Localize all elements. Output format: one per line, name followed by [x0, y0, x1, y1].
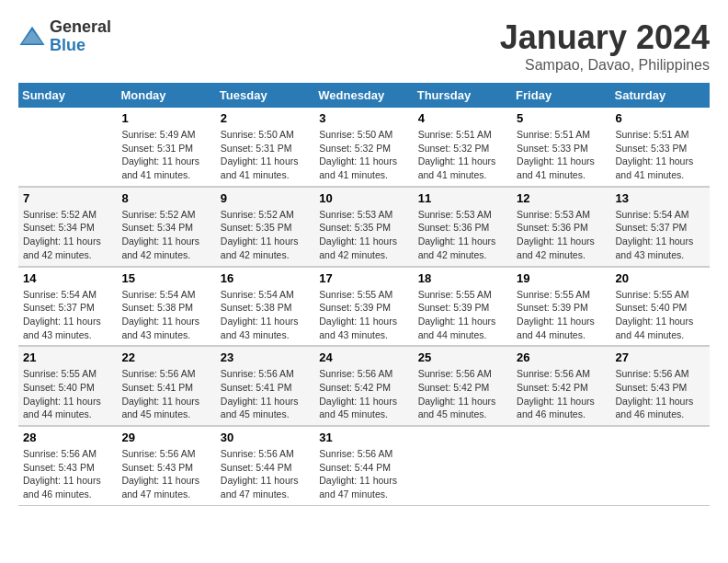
day-info: Sunrise: 5:55 AMSunset: 5:39 PMDaylight:…	[319, 288, 408, 342]
day-number: 4	[418, 111, 507, 125]
day-cell: 28Sunrise: 5:56 AMSunset: 5:43 PMDayligh…	[18, 426, 117, 505]
day-cell: 22Sunrise: 5:56 AMSunset: 5:41 PMDayligh…	[117, 346, 215, 426]
day-info: Sunrise: 5:56 AMSunset: 5:42 PMDaylight:…	[517, 367, 606, 421]
day-number: 19	[517, 271, 606, 285]
day-cell: 24Sunrise: 5:56 AMSunset: 5:42 PMDayligh…	[314, 346, 413, 426]
day-info: Sunrise: 5:56 AMSunset: 5:43 PMDaylight:…	[121, 447, 210, 501]
logo-blue: Blue	[50, 37, 111, 55]
day-info: Sunrise: 5:53 AMSunset: 5:36 PMDaylight:…	[418, 208, 507, 262]
day-cell: 11Sunrise: 5:53 AMSunset: 5:36 PMDayligh…	[414, 187, 512, 267]
day-info: Sunrise: 5:56 AMSunset: 5:43 PMDaylight:…	[616, 367, 705, 421]
day-number: 25	[418, 350, 507, 364]
day-cell: 14Sunrise: 5:54 AMSunset: 5:37 PMDayligh…	[18, 267, 117, 347]
month-title: January 2024	[500, 18, 710, 57]
day-cell: 19Sunrise: 5:55 AMSunset: 5:39 PMDayligh…	[512, 267, 610, 347]
week-row-1: 1Sunrise: 5:49 AMSunset: 5:31 PMDaylight…	[18, 108, 710, 187]
day-info: Sunrise: 5:52 AMSunset: 5:34 PMDaylight:…	[121, 208, 210, 262]
day-cell	[512, 426, 610, 505]
day-number: 8	[121, 191, 210, 205]
col-header-tuesday: Tuesday	[216, 83, 314, 108]
day-info: Sunrise: 5:56 AMSunset: 5:42 PMDaylight:…	[319, 367, 408, 421]
day-cell: 15Sunrise: 5:54 AMSunset: 5:38 PMDayligh…	[117, 267, 215, 347]
day-cell: 13Sunrise: 5:54 AMSunset: 5:37 PMDayligh…	[611, 187, 710, 267]
day-number: 15	[121, 271, 210, 285]
day-info: Sunrise: 5:50 AMSunset: 5:32 PMDaylight:…	[319, 128, 408, 182]
day-info: Sunrise: 5:55 AMSunset: 5:39 PMDaylight:…	[418, 288, 507, 342]
day-number: 12	[517, 191, 606, 205]
day-number: 11	[418, 191, 507, 205]
location: Sampao, Davao, Philippines	[500, 57, 710, 74]
day-info: Sunrise: 5:50 AMSunset: 5:31 PMDaylight:…	[221, 128, 310, 182]
logo-icon	[18, 23, 46, 51]
day-info: Sunrise: 5:54 AMSunset: 5:37 PMDaylight:…	[23, 288, 112, 342]
col-header-sunday: Sunday	[18, 83, 117, 108]
day-info: Sunrise: 5:52 AMSunset: 5:35 PMDaylight:…	[221, 208, 310, 262]
day-number: 21	[23, 350, 112, 364]
day-number: 31	[319, 431, 408, 444]
day-cell: 27Sunrise: 5:56 AMSunset: 5:43 PMDayligh…	[611, 346, 710, 426]
day-cell: 17Sunrise: 5:55 AMSunset: 5:39 PMDayligh…	[314, 267, 413, 347]
day-info: Sunrise: 5:51 AMSunset: 5:33 PMDaylight:…	[616, 128, 705, 182]
day-cell: 23Sunrise: 5:56 AMSunset: 5:41 PMDayligh…	[216, 346, 314, 426]
day-cell	[414, 426, 512, 505]
day-info: Sunrise: 5:54 AMSunset: 5:37 PMDaylight:…	[616, 208, 705, 262]
day-number: 14	[23, 271, 112, 285]
calendar-table: SundayMondayTuesdayWednesdayThursdayFrid…	[18, 83, 710, 506]
day-number: 2	[221, 111, 310, 125]
day-info: Sunrise: 5:56 AMSunset: 5:41 PMDaylight:…	[221, 367, 310, 421]
week-row-3: 14Sunrise: 5:54 AMSunset: 5:37 PMDayligh…	[18, 267, 710, 347]
day-cell: 7Sunrise: 5:52 AMSunset: 5:34 PMDaylight…	[18, 187, 117, 267]
day-number: 17	[319, 271, 408, 285]
day-number: 6	[616, 111, 705, 125]
day-number: 10	[319, 191, 408, 205]
day-info: Sunrise: 5:49 AMSunset: 5:31 PMDaylight:…	[121, 128, 210, 182]
col-header-thursday: Thursday	[414, 83, 512, 108]
day-cell: 18Sunrise: 5:55 AMSunset: 5:39 PMDayligh…	[414, 267, 512, 347]
day-number: 23	[221, 350, 310, 364]
day-info: Sunrise: 5:53 AMSunset: 5:36 PMDaylight:…	[517, 208, 606, 262]
day-number: 3	[319, 111, 408, 125]
day-cell: 16Sunrise: 5:54 AMSunset: 5:38 PMDayligh…	[216, 267, 314, 347]
col-header-monday: Monday	[117, 83, 215, 108]
day-number: 30	[221, 431, 310, 444]
week-row-4: 21Sunrise: 5:55 AMSunset: 5:40 PMDayligh…	[18, 346, 710, 426]
day-number: 29	[121, 431, 210, 444]
day-cell: 9Sunrise: 5:52 AMSunset: 5:35 PMDaylight…	[216, 187, 314, 267]
day-cell: 1Sunrise: 5:49 AMSunset: 5:31 PMDaylight…	[117, 108, 215, 187]
logo: General Blue	[18, 18, 111, 55]
col-header-friday: Friday	[512, 83, 610, 108]
day-info: Sunrise: 5:51 AMSunset: 5:32 PMDaylight:…	[418, 128, 507, 182]
day-info: Sunrise: 5:53 AMSunset: 5:35 PMDaylight:…	[319, 208, 408, 262]
day-number: 18	[418, 271, 507, 285]
day-info: Sunrise: 5:55 AMSunset: 5:40 PMDaylight:…	[616, 288, 705, 342]
day-info: Sunrise: 5:56 AMSunset: 5:44 PMDaylight:…	[319, 447, 408, 501]
day-number: 24	[319, 350, 408, 364]
week-row-2: 7Sunrise: 5:52 AMSunset: 5:34 PMDaylight…	[18, 187, 710, 267]
day-cell: 12Sunrise: 5:53 AMSunset: 5:36 PMDayligh…	[512, 187, 610, 267]
day-number: 26	[517, 350, 606, 364]
svg-marker-1	[22, 29, 43, 43]
day-cell: 30Sunrise: 5:56 AMSunset: 5:44 PMDayligh…	[216, 426, 314, 505]
day-number: 1	[121, 111, 210, 125]
title-block: January 2024 Sampao, Davao, Philippines	[500, 18, 710, 74]
day-number: 22	[121, 350, 210, 364]
day-info: Sunrise: 5:55 AMSunset: 5:40 PMDaylight:…	[23, 367, 112, 421]
day-number: 5	[517, 111, 606, 125]
day-info: Sunrise: 5:56 AMSunset: 5:44 PMDaylight:…	[221, 447, 310, 501]
day-info: Sunrise: 5:51 AMSunset: 5:33 PMDaylight:…	[517, 128, 606, 182]
day-info: Sunrise: 5:56 AMSunset: 5:42 PMDaylight:…	[418, 367, 507, 421]
day-cell: 5Sunrise: 5:51 AMSunset: 5:33 PMDaylight…	[512, 108, 610, 187]
day-number: 7	[23, 191, 112, 205]
day-info: Sunrise: 5:56 AMSunset: 5:41 PMDaylight:…	[121, 367, 210, 421]
day-cell: 10Sunrise: 5:53 AMSunset: 5:35 PMDayligh…	[314, 187, 413, 267]
day-number: 28	[23, 431, 112, 444]
week-row-5: 28Sunrise: 5:56 AMSunset: 5:43 PMDayligh…	[18, 426, 710, 505]
day-cell: 29Sunrise: 5:56 AMSunset: 5:43 PMDayligh…	[117, 426, 215, 505]
logo-general: General	[50, 18, 111, 37]
day-info: Sunrise: 5:52 AMSunset: 5:34 PMDaylight:…	[23, 208, 112, 262]
day-cell: 21Sunrise: 5:55 AMSunset: 5:40 PMDayligh…	[18, 346, 117, 426]
day-info: Sunrise: 5:55 AMSunset: 5:39 PMDaylight:…	[517, 288, 606, 342]
col-header-saturday: Saturday	[611, 83, 710, 108]
day-cell: 6Sunrise: 5:51 AMSunset: 5:33 PMDaylight…	[611, 108, 710, 187]
header-row: SundayMondayTuesdayWednesdayThursdayFrid…	[18, 83, 710, 108]
